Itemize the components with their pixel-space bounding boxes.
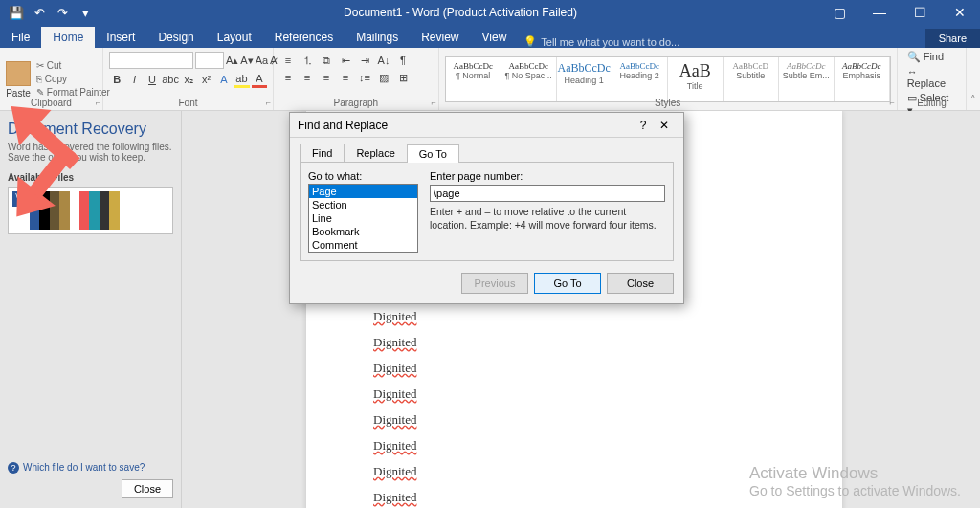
redo-icon[interactable]: ↷ <box>52 2 73 23</box>
align-left-icon[interactable]: ≡ <box>279 69 297 86</box>
tab-references[interactable]: References <box>263 27 345 48</box>
paste-icon <box>6 61 31 86</box>
styles-launcher-icon[interactable]: ⌐ <box>889 98 894 107</box>
page-number-input[interactable] <box>430 185 665 202</box>
font-size-select[interactable] <box>195 52 224 69</box>
style-heading1[interactable]: AaBbCcDcHeading 1 <box>557 57 612 101</box>
goto-what-listbox[interactable]: Page Section Line Bookmark Comment Footn… <box>308 184 418 253</box>
styles-gallery[interactable]: AaBbCcDc¶ Normal AaBbCcDc¶ No Spac... Aa… <box>445 56 891 102</box>
document-paragraph[interactable]: Dignited <box>373 387 775 402</box>
goto-button[interactable]: Go To <box>534 273 601 294</box>
style-emphasis[interactable]: AaBbCcDcEmphasis <box>835 57 890 101</box>
change-case-icon[interactable]: Aa <box>256 52 268 69</box>
highlight-icon[interactable]: ab <box>234 71 249 88</box>
font-family-select[interactable] <box>109 52 193 69</box>
document-paragraph[interactable]: Dignited <box>373 335 775 350</box>
goto-item-footnote[interactable]: Footnote <box>309 252 417 253</box>
save-icon[interactable]: 💾 <box>6 2 27 23</box>
document-paragraph[interactable]: Dignited <box>373 309 775 324</box>
shading-icon[interactable]: ▨ <box>375 69 392 86</box>
share-button[interactable]: Share <box>925 29 980 48</box>
tell-me-search[interactable]: 💡 Tell me what you want to do... <box>523 35 679 48</box>
numbering-icon[interactable]: ⒈ <box>299 52 316 69</box>
tab-file[interactable]: File <box>0 27 41 48</box>
goto-item-line[interactable]: Line <box>309 211 417 225</box>
paragraph-launcher-icon[interactable]: ⌐ <box>431 98 435 107</box>
qat-dropdown-icon[interactable]: ▾ <box>75 2 96 23</box>
tab-insert[interactable]: Insert <box>95 27 146 48</box>
tab-review[interactable]: Review <box>410 27 470 48</box>
justify-icon[interactable]: ≡ <box>337 69 354 86</box>
dialog-close-icon[interactable]: ✕ <box>653 119 676 132</box>
document-paragraph[interactable]: Dignited <box>373 438 775 453</box>
goto-item-section[interactable]: Section <box>309 198 417 211</box>
decrease-indent-icon[interactable]: ⇤ <box>337 52 354 69</box>
borders-icon[interactable]: ⊞ <box>394 69 412 86</box>
window-controls: ▢ — ☐ ✕ <box>819 0 980 25</box>
tab-home[interactable]: Home <box>41 27 95 48</box>
underline-button[interactable]: U <box>145 71 160 88</box>
multilevel-icon[interactable]: ⧉ <box>318 52 335 69</box>
align-center-icon[interactable]: ≡ <box>299 69 316 86</box>
bullets-icon[interactable]: ≡ <box>279 52 297 69</box>
line-spacing-icon[interactable]: ↕≡ <box>356 69 373 86</box>
group-styles: AaBbCcDc¶ Normal AaBbCcDc¶ No Spac... Aa… <box>439 48 898 110</box>
close-icon[interactable]: ✕ <box>940 0 980 25</box>
minimize-icon[interactable]: — <box>859 0 900 25</box>
maximize-icon[interactable]: ☐ <box>900 0 940 25</box>
find-button[interactable]: 🔍 Find <box>903 50 961 64</box>
style-subtle-em[interactable]: AaBbCcDcSubtle Em... <box>779 57 835 101</box>
collapse-ribbon-icon[interactable]: ˄ <box>967 48 980 110</box>
dialog-titlebar[interactable]: Find and Replace ? ✕ <box>290 113 683 138</box>
grow-font-icon[interactable]: A▴ <box>226 52 238 69</box>
replace-button[interactable]: ↔ Replace <box>903 65 961 90</box>
superscript-button[interactable]: x² <box>198 71 213 88</box>
dialog-tab-goto[interactable]: Go To <box>407 144 459 163</box>
bold-button[interactable]: B <box>109 71 124 88</box>
group-label-editing: Editing <box>898 98 967 108</box>
sort-icon[interactable]: A↓ <box>375 52 392 69</box>
goto-item-page[interactable]: Page <box>309 185 417 198</box>
group-paragraph: ≡ ⒈ ⧉ ⇤ ⇥ A↓ ¶ ≡ ≡ ≡ ≡ ↕≡ ▨ ⊞ Paragraph … <box>274 48 439 110</box>
style-heading2[interactable]: AaBbCcDcHeading 2 <box>612 57 668 101</box>
document-paragraph[interactable]: Dignited <box>373 490 775 505</box>
dialog-tab-find[interactable]: Find <box>300 144 344 162</box>
document-paragraph[interactable]: Dignited <box>373 361 775 376</box>
tab-layout[interactable]: Layout <box>206 27 263 48</box>
strike-button[interactable]: abc <box>162 71 179 88</box>
dialog-help-icon[interactable]: ? <box>634 119 653 132</box>
font-color-icon[interactable]: A <box>252 71 267 88</box>
dialog-close-button[interactable]: Close <box>607 273 674 294</box>
document-paragraph[interactable]: Dignited <box>373 464 775 479</box>
subscript-button[interactable]: x₂ <box>181 71 196 88</box>
style-title[interactable]: AaBTitle <box>668 57 724 101</box>
recovery-help-link[interactable]: Which file do I want to save? <box>8 462 145 474</box>
align-right-icon[interactable]: ≡ <box>318 69 335 86</box>
italic-button[interactable]: I <box>126 71 142 88</box>
recovery-close-button[interactable]: Close <box>122 479 173 498</box>
goto-item-bookmark[interactable]: Bookmark <box>309 225 417 238</box>
cut-button[interactable]: ✂ Cut <box>34 59 112 72</box>
tab-design[interactable]: Design <box>146 27 205 48</box>
ribbon: Paste ✂ Cut ⎘ Copy ✎ Format Painter Clip… <box>0 48 980 111</box>
shrink-font-icon[interactable]: A▾ <box>240 52 253 69</box>
clipboard-launcher-icon[interactable]: ⌐ <box>96 98 100 107</box>
copy-button[interactable]: ⎘ Copy <box>34 73 112 85</box>
increase-indent-icon[interactable]: ⇥ <box>356 52 373 69</box>
tab-view[interactable]: View <box>471 27 519 48</box>
find-replace-dialog: Find and Replace ? ✕ Find Replace Go To … <box>289 112 684 304</box>
font-launcher-icon[interactable]: ⌐ <box>266 98 271 107</box>
dialog-tab-replace[interactable]: Replace <box>344 144 406 162</box>
ribbon-display-icon[interactable]: ▢ <box>819 0 859 25</box>
document-paragraph[interactable]: Dignited <box>373 412 775 428</box>
ribbon-tabs: File Home Insert Design Layout Reference… <box>0 25 980 48</box>
show-marks-icon[interactable]: ¶ <box>394 52 412 69</box>
tab-mailings[interactable]: Mailings <box>345 27 410 48</box>
goto-item-comment[interactable]: Comment <box>309 238 417 252</box>
style-subtitle[interactable]: AaBbCcDSubtitle <box>724 57 779 101</box>
style-normal[interactable]: AaBbCcDc¶ Normal <box>446 57 501 101</box>
style-nospacing[interactable]: AaBbCcDc¶ No Spac... <box>501 57 557 101</box>
text-effects-icon[interactable]: A <box>216 71 232 88</box>
undo-icon[interactable]: ↶ <box>29 2 50 23</box>
goto-what-label: Go to what: <box>308 170 418 182</box>
